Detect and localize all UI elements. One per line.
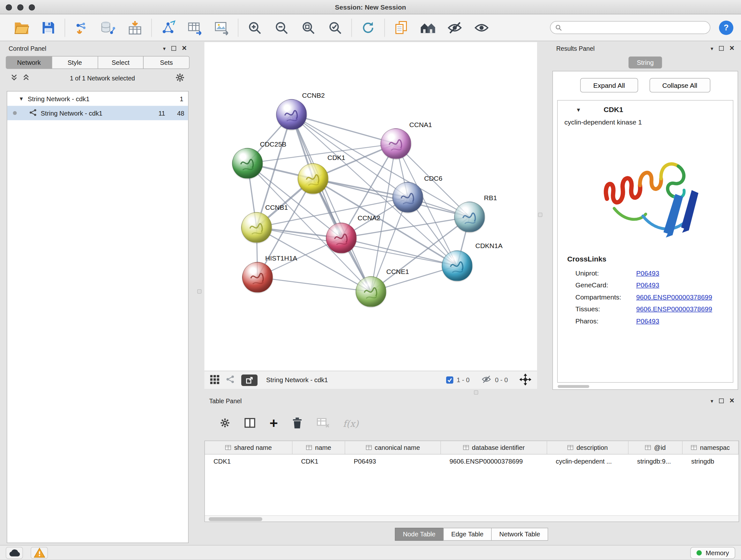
tab-network-table[interactable]: Network Table [491,528,548,541]
network-view[interactable]: CCNB2CCNA1CDC25BCDK1CDC6RB1CCNB1CCNA2CDK… [205,42,537,371]
panel-menu-icon[interactable]: ▾ [711,398,713,404]
scrollbar-thumb[interactable] [209,517,262,521]
graph-node-CDC6[interactable] [393,182,423,212]
graph-node-CCNB2[interactable] [276,99,307,130]
crosslink-label: Uniprot: [576,269,636,276]
toolbar-separator [65,18,65,37]
show-columns-icon[interactable] [244,416,256,430]
panel-float-icon[interactable] [719,398,724,403]
network-from-selection-icon[interactable] [159,18,177,37]
network-row-selected[interactable]: String Network - cdk1 11 48 [7,106,188,120]
table-horizontal-scrollbar[interactable] [205,515,739,522]
zoom-selected-icon[interactable] [326,18,344,37]
entry-expander-icon[interactable]: ▼ [576,107,581,113]
column-header[interactable]: canonical name [345,441,441,454]
column-header[interactable]: shared name [205,441,293,454]
protein-structure-image [558,127,733,248]
crosslink-pharos-link[interactable]: P06493 [636,317,659,324]
zoom-out-icon[interactable] [273,18,291,37]
graph-node-HIST1H1A[interactable] [242,262,273,293]
refresh-icon[interactable] [359,18,377,37]
expand-all-networks-icon[interactable] [23,74,30,82]
table-cell[interactable]: 9606.ENSP00000378699 [441,455,547,468]
collapse-all-button[interactable]: Collapse All [650,78,711,92]
tab-sets[interactable]: Sets [143,56,190,69]
panel-close-icon[interactable]: × [730,46,734,51]
panel-menu-icon[interactable]: ▾ [711,45,713,52]
splitter-handle[interactable] [474,390,478,395]
delete-column-trash-icon[interactable] [291,416,303,430]
graph-node-CCNA1[interactable] [381,128,411,159]
column-header[interactable]: name [293,441,345,454]
selected-count-checkbox-icon[interactable] [446,376,454,384]
column-header[interactable]: description [547,441,629,454]
crosslink-tissues-link[interactable]: 9606.ENSP00000378699 [636,305,712,313]
warnings-button[interactable] [30,547,48,559]
detach-view-button[interactable] [241,374,258,386]
table-cell[interactable]: P06493 [345,455,441,468]
splitter-handle[interactable] [538,212,542,217]
table-cell[interactable]: cyclin-dependent ... [547,455,629,468]
graph-node-CDC25B[interactable] [232,148,263,179]
tab-string[interactable]: String [629,57,662,69]
open-session-icon[interactable] [12,18,30,37]
import-network-from-file-icon[interactable] [72,18,91,37]
table-cell[interactable]: CDK1 [293,455,345,468]
network-options-gear-icon[interactable] [175,72,185,84]
column-header[interactable]: database identifier [441,441,547,454]
panel-float-icon[interactable] [719,46,724,51]
graph-node-CCNE1[interactable] [356,276,387,307]
add-column-icon[interactable]: + [270,417,278,430]
graph-node-CDKN1A[interactable] [442,251,473,281]
splitter-handle[interactable] [197,289,202,294]
tab-select[interactable]: Select [97,56,144,69]
table-settings-gear-icon[interactable] [220,417,230,429]
crosslink-genecard-link[interactable]: P06493 [636,281,659,289]
export-image-icon[interactable] [212,18,231,37]
hidden-eye-slash-icon[interactable] [481,375,491,385]
crosslink-compartments-link[interactable]: 9606.ENSP00000378699 [636,293,712,300]
panel-close-icon[interactable]: × [730,398,734,403]
crosslink-uniprot-link[interactable]: P06493 [636,269,659,276]
tab-network[interactable]: Network [6,56,52,69]
column-header[interactable]: namespac [683,441,739,454]
network-collection-row[interactable]: ▼ String Network - cdk1 1 [7,91,188,106]
graph-node-RB1[interactable] [455,202,485,233]
table-cell[interactable]: stringdb [683,455,739,468]
tab-style[interactable]: Style [52,56,98,69]
tab-node-table[interactable]: Node Table [395,528,444,541]
birdseye-grid-icon[interactable] [210,375,219,385]
graph-node-CCNA2[interactable] [326,223,357,253]
zoom-fit-icon[interactable] [299,18,318,37]
help-icon[interactable]: ? [719,20,733,35]
copy-document-icon[interactable] [392,18,410,37]
table-cell[interactable]: CDK1 [205,455,293,468]
results-horizontal-scrollbar[interactable] [558,385,590,388]
search-box[interactable] [550,21,711,34]
panel-close-icon[interactable]: × [182,46,187,51]
new-table-icon[interactable] [186,18,204,37]
expand-all-button[interactable]: Expand All [580,78,637,92]
graph-node-CDK1[interactable] [298,164,328,194]
graph-node-CCNB1[interactable] [241,212,272,243]
hide-selection-icon[interactable] [446,18,464,37]
tab-edge-table[interactable]: Edge Table [443,528,492,541]
network-share-icon[interactable] [226,375,234,385]
table-row[interactable]: CDK1 CDK1 P06493 9606.ENSP00000378699 cy… [205,455,739,468]
search-input[interactable] [565,23,705,32]
panel-float-icon[interactable] [172,46,176,51]
panel-menu-icon[interactable]: ▾ [163,45,165,52]
pan-crosshair-icon[interactable] [520,373,532,387]
memory-button[interactable]: Memory [690,547,735,559]
show-all-icon[interactable] [473,18,491,37]
cloud-status-button[interactable] [6,547,23,559]
table-cell[interactable]: stringdb:9... [629,455,683,468]
column-header[interactable]: @id [629,441,683,454]
zoom-in-icon[interactable] [246,18,264,37]
collection-expander-icon[interactable]: ▼ [19,96,24,102]
save-session-icon[interactable] [39,18,57,37]
collapse-all-networks-icon[interactable] [10,74,18,82]
import-table-icon[interactable] [126,18,144,37]
home-icon[interactable] [419,18,437,37]
import-network-from-database-icon[interactable] [99,18,118,37]
